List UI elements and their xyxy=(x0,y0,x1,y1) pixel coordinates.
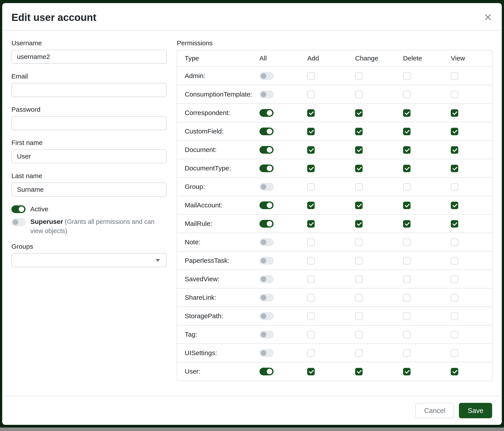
permission-view-checkbox[interactable] xyxy=(451,146,458,154)
permission-all-toggle[interactable] xyxy=(260,183,274,191)
permission-add-checkbox[interactable] xyxy=(307,165,315,172)
permission-change-checkbox[interactable] xyxy=(355,257,363,265)
permission-add-checkbox[interactable] xyxy=(307,350,315,357)
permission-delete-checkbox[interactable] xyxy=(403,109,411,117)
permission-delete-checkbox[interactable] xyxy=(403,368,411,375)
permission-delete-checkbox[interactable] xyxy=(403,313,411,320)
permission-delete-checkbox[interactable] xyxy=(403,202,411,209)
permission-all-toggle[interactable] xyxy=(260,220,274,228)
permission-view-checkbox[interactable] xyxy=(451,202,458,209)
permission-all-toggle[interactable] xyxy=(260,257,274,265)
permission-view-checkbox[interactable] xyxy=(451,183,458,191)
permission-add-checkbox[interactable] xyxy=(307,146,315,154)
permission-delete-checkbox[interactable] xyxy=(403,165,411,172)
permission-add-checkbox[interactable] xyxy=(307,368,315,375)
permission-delete-checkbox[interactable] xyxy=(403,257,411,265)
permission-view-checkbox[interactable] xyxy=(451,368,458,375)
cancel-button[interactable]: Cancel xyxy=(415,403,454,418)
permission-change-checkbox[interactable] xyxy=(355,165,363,172)
permission-change-checkbox[interactable] xyxy=(355,146,363,154)
permission-delete-checkbox[interactable] xyxy=(403,72,411,80)
permission-change-checkbox[interactable] xyxy=(355,183,363,191)
permission-all-toggle[interactable] xyxy=(260,275,274,283)
permission-delete-checkbox[interactable] xyxy=(403,294,411,301)
permission-change-checkbox[interactable] xyxy=(355,331,363,338)
permission-view-checkbox[interactable] xyxy=(451,72,458,80)
permission-change-checkbox[interactable] xyxy=(355,368,363,375)
permission-change-checkbox[interactable] xyxy=(355,350,363,357)
permission-change-checkbox[interactable] xyxy=(355,220,363,228)
permission-add-checkbox[interactable] xyxy=(307,331,315,338)
permission-change-checkbox[interactable] xyxy=(355,313,363,320)
permission-view-checkbox[interactable] xyxy=(451,91,458,98)
permission-change-checkbox[interactable] xyxy=(355,276,363,283)
permission-add-checkbox[interactable] xyxy=(307,220,315,228)
permission-change-checkbox[interactable] xyxy=(355,91,363,98)
permission-add-checkbox[interactable] xyxy=(307,294,315,301)
permission-change-checkbox[interactable] xyxy=(355,294,363,301)
permission-all-toggle[interactable] xyxy=(260,90,274,98)
permission-delete-checkbox[interactable] xyxy=(403,276,411,283)
permission-delete-checkbox[interactable] xyxy=(403,128,411,135)
permission-view-checkbox[interactable] xyxy=(451,313,458,320)
permission-delete-checkbox[interactable] xyxy=(403,331,411,338)
email-field[interactable] xyxy=(11,83,167,97)
permission-add-checkbox[interactable] xyxy=(307,128,315,135)
permission-add-checkbox[interactable] xyxy=(307,91,315,98)
permission-view-checkbox[interactable] xyxy=(451,128,458,135)
permission-change-checkbox[interactable] xyxy=(355,72,363,80)
close-button[interactable]: ✕ xyxy=(484,12,492,22)
permission-all-toggle[interactable] xyxy=(260,349,274,357)
permission-delete-checkbox[interactable] xyxy=(403,183,411,191)
permission-change-checkbox[interactable] xyxy=(355,239,363,246)
permission-view-checkbox[interactable] xyxy=(451,257,458,265)
permission-delete-checkbox[interactable] xyxy=(403,350,411,357)
first-name-label: First name xyxy=(11,139,167,146)
permission-view-checkbox[interactable] xyxy=(451,350,458,357)
permission-row: SavedView: xyxy=(177,270,492,288)
permission-view-checkbox[interactable] xyxy=(451,294,458,301)
permission-change-checkbox[interactable] xyxy=(355,109,363,117)
permission-all-toggle[interactable] xyxy=(260,368,274,375)
permission-change-checkbox[interactable] xyxy=(355,128,363,135)
permission-add-checkbox[interactable] xyxy=(307,202,315,209)
column-header-all: All xyxy=(253,50,301,67)
permission-delete-checkbox[interactable] xyxy=(403,146,411,154)
save-button[interactable]: Save xyxy=(459,403,492,418)
permission-add-checkbox[interactable] xyxy=(307,313,315,320)
permission-all-toggle[interactable] xyxy=(260,127,274,135)
password-field[interactable] xyxy=(11,116,167,130)
permission-all-toggle[interactable] xyxy=(260,294,274,301)
permission-delete-checkbox[interactable] xyxy=(403,91,411,98)
superuser-toggle[interactable] xyxy=(11,218,26,226)
first-name-field[interactable] xyxy=(11,149,167,163)
permission-add-checkbox[interactable] xyxy=(307,239,315,246)
permission-delete-checkbox[interactable] xyxy=(403,220,411,228)
permission-view-checkbox[interactable] xyxy=(451,239,458,246)
permission-view-checkbox[interactable] xyxy=(451,109,458,117)
permission-all-toggle[interactable] xyxy=(260,146,274,154)
permission-add-checkbox[interactable] xyxy=(307,276,315,283)
permission-all-toggle[interactable] xyxy=(260,72,274,80)
permission-add-checkbox[interactable] xyxy=(307,109,315,117)
permission-add-checkbox[interactable] xyxy=(307,183,315,191)
permission-add-checkbox[interactable] xyxy=(307,257,315,265)
column-header-change: Change xyxy=(349,50,396,67)
permission-all-toggle[interactable] xyxy=(260,331,274,338)
permission-view-checkbox[interactable] xyxy=(451,276,458,283)
permission-all-toggle[interactable] xyxy=(260,201,274,209)
last-name-field[interactable] xyxy=(11,182,167,197)
permission-add-checkbox[interactable] xyxy=(307,72,315,80)
permission-all-toggle[interactable] xyxy=(260,312,274,320)
permission-all-toggle[interactable] xyxy=(260,238,274,246)
permission-view-checkbox[interactable] xyxy=(451,220,458,228)
permission-all-toggle[interactable] xyxy=(260,164,274,172)
permission-all-toggle[interactable] xyxy=(260,109,274,117)
groups-select[interactable] xyxy=(11,253,167,267)
permission-delete-checkbox[interactable] xyxy=(403,239,411,246)
active-toggle[interactable] xyxy=(11,205,26,213)
permission-change-checkbox[interactable] xyxy=(355,202,363,209)
permission-view-checkbox[interactable] xyxy=(451,331,458,338)
username-input[interactable] xyxy=(11,50,167,64)
permission-view-checkbox[interactable] xyxy=(451,165,458,172)
